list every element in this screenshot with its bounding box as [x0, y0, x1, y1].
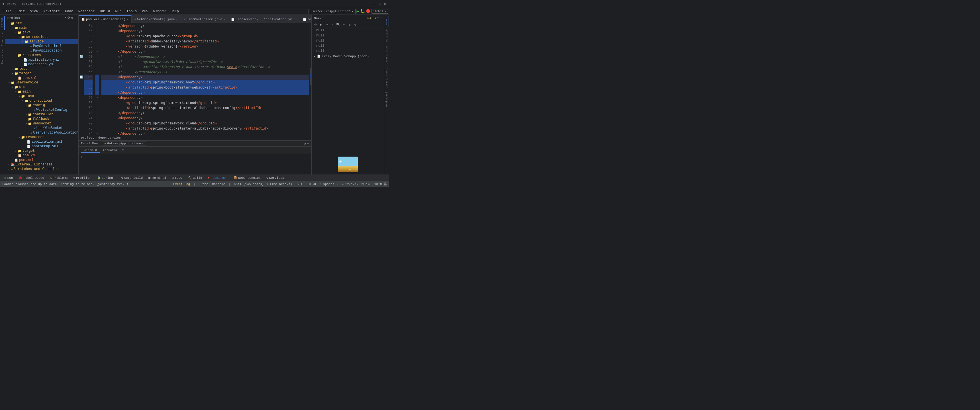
tree-node-payserviceimpl[interactable]: ☕ PayServiceImpl	[5, 44, 78, 48]
menu-navigate[interactable]: Navigate	[41, 9, 62, 14]
maven-dropdown-icon[interactable]: ▾	[377, 16, 379, 20]
jrebel-console-btn[interactable]: JRebel Console	[199, 183, 225, 186]
menu-tools[interactable]: Tools	[124, 9, 139, 14]
tab-close-icon[interactable]: ✕	[295, 17, 297, 21]
console-tab[interactable]: Console	[81, 148, 100, 153]
menu-help[interactable]: Help	[169, 9, 181, 14]
tree-node-pom-xml3[interactable]: 📋 pom.xml	[5, 158, 78, 162]
maven-plus-btn[interactable]: +	[341, 22, 347, 27]
tab-pom-xml-userservice[interactable]: 📋 pom.xml (userservice) ✕	[79, 15, 132, 23]
close-button[interactable]: ✕	[383, 2, 387, 6]
tab-application-yml[interactable]: 📄 userservice\...\application.yml ✕	[228, 15, 300, 23]
build-btn[interactable]: 🔨 Build	[186, 176, 205, 180]
rebel-debug-btn[interactable]: 🐞 Rebel Debug	[16, 176, 46, 180]
encoding[interactable]: UTF-8	[307, 183, 316, 186]
tab-websocketconfig[interactable]: ☕ WebSocketConfig.java ✕	[132, 15, 181, 23]
side-tab-ai[interactable]: JetBrains AI	[385, 44, 389, 66]
tab-close-icon[interactable]: ✕	[176, 17, 178, 21]
menu-window[interactable]: Window	[151, 9, 168, 14]
run-button[interactable]: ▶	[357, 9, 359, 14]
menu-view[interactable]: View	[28, 9, 41, 14]
tree-node-java[interactable]: ▾ 📁 java	[5, 30, 78, 35]
tab-close-icon[interactable]: ✕	[127, 17, 129, 21]
menu-code[interactable]: Code	[63, 9, 75, 14]
maven-root-item[interactable]: ▸ 📋 crazy Maven Webapp (root)	[312, 54, 384, 59]
tree-node-fallback[interactable]: ▸ 📁 fallback	[5, 117, 78, 121]
tree-action-icon2[interactable]: ⟳	[67, 16, 70, 20]
tree-node-websocketconfig[interactable]: ☕ WebSocketConfig	[5, 108, 78, 112]
actuator-tab[interactable]: Actuator	[100, 148, 121, 153]
debug-button[interactable]: 🐛	[360, 9, 365, 14]
side-tab-dpi[interactable]: JetBrains-DPi	[385, 66, 389, 90]
tree-node-pom-xml1[interactable]: 📋 pom.xml	[5, 76, 78, 80]
tree-node-target2[interactable]: ▸ 📁 target	[5, 149, 78, 153]
jrebel-dropdown[interactable]: JRebel ▾	[371, 9, 388, 14]
indent[interactable]: 2 spaces ▾	[319, 182, 338, 186]
tree-action-icon3[interactable]: ⚙	[71, 16, 73, 20]
rebel-btn[interactable]: 🔴	[366, 9, 370, 13]
tree-node-main2[interactable]: ▾ 📁 main	[5, 89, 78, 94]
maven-toggle-btn[interactable]: ≡	[330, 22, 335, 27]
maven-settings-btn[interactable]: ⚙	[353, 22, 358, 27]
tree-node-appyml2[interactable]: 📄 application.yml	[5, 140, 78, 144]
breadcrumb-dependencies[interactable]: dependencies	[98, 136, 121, 140]
run-btn[interactable]: ▶ Run	[2, 176, 15, 180]
side-tab-word[interactable]: Word Board	[385, 90, 389, 109]
editor-scrollbar[interactable]	[309, 23, 311, 135]
tree-node-cnredcloud2[interactable]: ▾ 📁 cn.redcloud	[5, 99, 78, 103]
side-tab-favorites[interactable]: Favorites	[0, 48, 5, 66]
tree-node-resources[interactable]: ▾ 📁 resources	[5, 53, 78, 57]
tree-node-userservice[interactable]: ▾ 📁 userservice	[5, 80, 78, 85]
tree-node-ext-libs[interactable]: ▸ 📚 External Libraries	[5, 162, 78, 167]
tab-bootstrap-yml[interactable]: 📄 bootstrap.yml ✕	[300, 15, 311, 23]
minimize-button[interactable]: —	[372, 2, 377, 6]
tree-node-config[interactable]: ▾ 📁 config	[5, 103, 78, 108]
maven-refresh-btn[interactable]: ⟳	[313, 22, 318, 27]
tree-node-src2[interactable]: ▾ 📁 src	[5, 85, 78, 89]
tree-node-controller[interactable]: ▸ 📁 controller	[5, 112, 78, 117]
tree-node-target1[interactable]: ▾ 📁 target	[5, 71, 78, 76]
menu-refactor[interactable]: Refactor	[76, 9, 97, 14]
tree-node-websocket[interactable]: ▾ 📁 websocket	[5, 121, 78, 126]
code-editor[interactable]: </dependency> <dependency> <groupId>org.…	[99, 23, 309, 135]
maven-minimize-icon[interactable]: —	[380, 16, 382, 20]
terminal-clear-icon[interactable]: ⟲	[122, 148, 124, 152]
tree-node-src[interactable]: ▾ 📁 src	[5, 21, 78, 25]
spring-btn[interactable]: 🍃 Spring	[95, 176, 115, 180]
tree-node-service[interactable]: ▾ 📁 service	[5, 39, 78, 44]
menu-edit[interactable]: Edit	[14, 9, 27, 14]
tree-node-scratches[interactable]: ▸ ✏ Scratches and Consoles	[5, 167, 78, 172]
services-btn[interactable]: ⚙ Services	[264, 176, 286, 180]
tree-node-userwebsocket[interactable]: ☕ UserWebSocket	[5, 126, 78, 130]
rebel-run-toolbar-btn[interactable]: ● Rebel Run	[206, 176, 230, 180]
gateway-app-tab[interactable]: ▶ GatewayApplication ✕	[102, 141, 146, 146]
tree-node-resources2[interactable]: ▾ 📁 resources	[5, 135, 78, 140]
tab-usercontroller[interactable]: ☕ UserController.java ✕	[181, 15, 228, 23]
tree-node-test[interactable]: ▸ 📁 test	[5, 67, 78, 71]
menu-build[interactable]: Build	[97, 9, 112, 14]
maven-run-btn[interactable]: ▶	[318, 22, 324, 27]
maven-collapse-btn[interactable]: ⊟	[347, 22, 352, 27]
problems-btn[interactable]: ⚠ Problems	[48, 176, 70, 180]
tab-close-icon[interactable]: ✕	[223, 17, 225, 21]
menu-file[interactable]: File	[1, 9, 14, 14]
tree-node-payapplication[interactable]: ☕ PayApplication	[5, 48, 78, 53]
tree-node-bootyml2[interactable]: 📄 bootstrap.yml	[5, 144, 78, 149]
tree-node-userserviceapplication[interactable]: ☕ UserServiceApplication	[5, 130, 78, 135]
maximize-button[interactable]: □	[378, 2, 382, 6]
breadcrumb-project[interactable]: project	[81, 136, 94, 140]
side-tab-project[interactable]: Project	[0, 16, 5, 30]
dependencies-btn[interactable]: 📦 Dependencies	[231, 176, 263, 180]
side-tab-structure[interactable]: Structure	[0, 31, 5, 48]
tree-node-cnredcloud[interactable]: ▾ 📁 cn.redcloud	[5, 35, 78, 39]
menu-run[interactable]: Run	[113, 9, 124, 14]
todo-btn[interactable]: ☑ TODO	[170, 176, 185, 180]
tree-action-icon4[interactable]: —	[74, 16, 76, 20]
maven-search-btn[interactable]: 🔍	[336, 22, 341, 27]
terminal-close-icon[interactable]: —	[307, 141, 309, 146]
tree-node-main[interactable]: ▾ 📁 main	[5, 25, 78, 30]
side-tab-maven[interactable]: Maven	[385, 16, 389, 27]
auto-build-btn[interactable]: ⚙ Auto-build	[119, 176, 145, 180]
tree-node-pom-xml2[interactable]: 📋 pom.xml	[5, 153, 78, 158]
run-config-dropdown[interactable]: UserServiceApplication2 ▾	[309, 9, 355, 14]
